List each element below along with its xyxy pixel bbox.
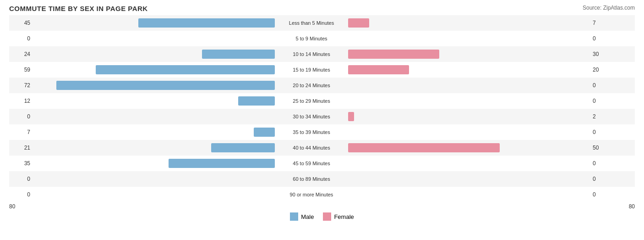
right-bar-area (348, 128, 591, 137)
male-bar (202, 50, 275, 59)
right-bar-area (348, 159, 591, 168)
legend-female: Female (323, 212, 354, 221)
chart-row: 0 90 or more Minutes 0 (9, 187, 635, 202)
female-label: Female (334, 213, 354, 220)
chart-row: 72 20 to 24 Minutes 0 (9, 78, 635, 93)
chart-row: 0 60 to 89 Minutes 0 (9, 171, 635, 187)
male-bar (169, 159, 275, 168)
chart-row: 0 30 to 34 Minutes 2 (9, 109, 635, 124)
right-bar-area (348, 34, 591, 43)
row-label: 35 to 39 Minutes (275, 129, 348, 135)
left-bar-area (32, 34, 275, 43)
row-label: Less than 5 Minutes (275, 20, 348, 26)
right-bar-area (348, 190, 591, 199)
chart-row: 7 35 to 39 Minutes 0 (9, 124, 635, 140)
chart-row: 21 40 to 44 Minutes 50 (9, 140, 635, 156)
right-bar-area (348, 112, 591, 121)
row-label: 10 to 14 Minutes (275, 51, 348, 57)
male-value: 24 (9, 51, 32, 57)
male-value: 0 (9, 191, 32, 198)
legend: Male Female (9, 212, 635, 221)
female-bar (348, 65, 409, 74)
male-value: 45 (9, 20, 32, 26)
right-bar-area (348, 96, 591, 106)
male-bar (56, 81, 275, 90)
right-bar-area (348, 18, 591, 28)
left-bar-area (32, 190, 275, 199)
left-bar-area (32, 81, 275, 90)
row-label: 60 to 89 Minutes (275, 176, 348, 182)
axis-labels: 80 80 (9, 203, 635, 210)
female-value: 2 (591, 113, 614, 120)
female-value: 0 (591, 191, 614, 198)
row-label: 30 to 34 Minutes (275, 114, 348, 119)
left-bar-area (32, 50, 275, 59)
male-value: 72 (9, 82, 32, 89)
male-bar (138, 18, 275, 28)
left-bar-area (32, 159, 275, 168)
legend-male: Male (290, 212, 314, 221)
chart-row: 0 5 to 9 Minutes 0 (9, 31, 635, 46)
female-value: 0 (591, 82, 614, 89)
female-bar (348, 112, 354, 121)
female-value: 50 (591, 145, 614, 151)
row-label: 40 to 44 Minutes (275, 145, 348, 151)
axis-right: 80 (629, 203, 635, 210)
male-label: Male (301, 213, 314, 220)
chart-title: COMMUTE TIME BY SEX IN PAGE PARK (9, 5, 635, 12)
chart-row: 45 Less than 5 Minutes 7 (9, 15, 635, 31)
male-value: 0 (9, 176, 32, 182)
chart-row: 35 45 to 59 Minutes 0 (9, 156, 635, 171)
rows-area: 45 Less than 5 Minutes 7 0 5 to 9 Minute… (9, 15, 635, 202)
male-value: 12 (9, 98, 32, 104)
right-bar-area (348, 174, 591, 184)
chart-row: 24 10 to 14 Minutes 30 (9, 46, 635, 62)
left-bar-area (32, 65, 275, 74)
row-label: 15 to 19 Minutes (275, 67, 348, 73)
right-bar-area (348, 65, 591, 74)
male-value: 21 (9, 145, 32, 151)
left-bar-area (32, 143, 275, 152)
female-bar (348, 18, 369, 28)
row-label: 90 or more Minutes (275, 192, 348, 197)
female-bar (348, 143, 500, 152)
right-bar-area (348, 143, 591, 152)
female-value: 0 (591, 160, 614, 167)
chart-row: 59 15 to 19 Minutes 20 (9, 62, 635, 78)
female-value: 0 (591, 129, 614, 135)
female-value: 0 (591, 176, 614, 182)
left-bar-area (32, 18, 275, 28)
source-label: Source: ZipAtlas.com (583, 5, 635, 11)
male-bar (254, 128, 275, 137)
chart-container: COMMUTE TIME BY SEX IN PAGE PARK Source:… (0, 0, 644, 240)
male-value: 0 (9, 113, 32, 120)
female-value: 0 (591, 35, 614, 42)
male-bar (96, 65, 275, 74)
row-label: 45 to 59 Minutes (275, 161, 348, 166)
male-bar (211, 143, 275, 152)
female-value: 20 (591, 67, 614, 73)
right-bar-area (348, 50, 591, 59)
female-value: 30 (591, 51, 614, 57)
left-bar-area (32, 128, 275, 137)
chart-row: 12 25 to 29 Minutes 0 (9, 93, 635, 109)
axis-left: 80 (9, 203, 15, 210)
male-bar (238, 96, 275, 106)
row-label: 20 to 24 Minutes (275, 83, 348, 88)
male-value: 35 (9, 160, 32, 167)
row-label: 5 to 9 Minutes (275, 36, 348, 41)
female-color-box (323, 212, 331, 221)
left-bar-area (32, 96, 275, 106)
female-bar (348, 50, 439, 59)
right-bar-area (348, 81, 591, 90)
row-label: 25 to 29 Minutes (275, 98, 348, 104)
left-bar-area (32, 112, 275, 121)
left-bar-area (32, 174, 275, 184)
male-value: 59 (9, 67, 32, 73)
female-value: 0 (591, 98, 614, 104)
female-value: 7 (591, 20, 614, 26)
male-value: 7 (9, 129, 32, 135)
male-value: 0 (9, 35, 32, 42)
male-color-box (290, 212, 298, 221)
